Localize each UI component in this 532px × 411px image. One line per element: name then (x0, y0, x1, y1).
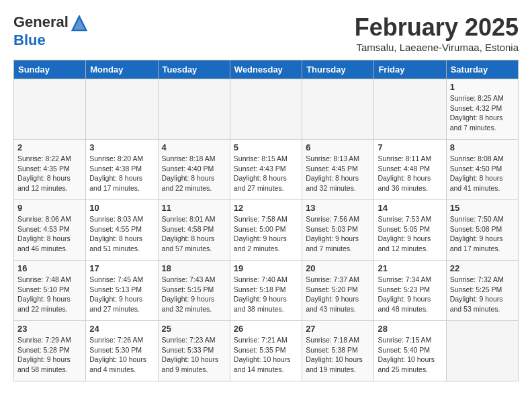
calendar-cell: 13Sunrise: 7:56 AM Sunset: 5:03 PM Dayli… (302, 200, 374, 261)
day-info: Sunrise: 7:56 AM Sunset: 5:03 PM Dayligh… (306, 214, 370, 254)
day-info: Sunrise: 7:43 AM Sunset: 5:15 PM Dayligh… (162, 275, 226, 314)
day-info: Sunrise: 8:18 AM Sunset: 4:40 PM Dayligh… (162, 154, 226, 193)
calendar-week-4: 16Sunrise: 7:48 AM Sunset: 5:10 PM Dayli… (14, 261, 519, 321)
day-number: 13 (306, 203, 370, 213)
day-info: Sunrise: 8:15 AM Sunset: 4:43 PM Dayligh… (234, 154, 298, 193)
day-number: 4 (162, 142, 226, 152)
day-number: 7 (378, 142, 442, 152)
calendar-cell: 12Sunrise: 7:58 AM Sunset: 5:00 PM Dayli… (230, 200, 302, 261)
day-number: 19 (234, 263, 298, 273)
day-number: 10 (89, 203, 154, 213)
day-info: Sunrise: 7:34 AM Sunset: 5:23 PM Dayligh… (378, 275, 442, 314)
day-info: Sunrise: 7:50 AM Sunset: 5:08 PM Dayligh… (450, 214, 515, 254)
calendar-cell: 15Sunrise: 7:50 AM Sunset: 5:08 PM Dayli… (446, 200, 518, 261)
day-number: 9 (17, 203, 82, 213)
day-number: 16 (17, 263, 82, 273)
day-number: 15 (450, 203, 515, 213)
day-info: Sunrise: 7:21 AM Sunset: 5:35 PM Dayligh… (234, 335, 298, 375)
day-number: 1 (450, 82, 515, 92)
day-info: Sunrise: 8:08 AM Sunset: 4:50 PM Dayligh… (450, 154, 515, 193)
day-info: Sunrise: 7:23 AM Sunset: 5:33 PM Dayligh… (162, 335, 226, 375)
calendar-cell: 20Sunrise: 7:37 AM Sunset: 5:20 PM Dayli… (302, 261, 374, 321)
day-number: 11 (162, 203, 226, 213)
weekday-saturday: Saturday (446, 60, 518, 79)
day-number: 3 (89, 142, 154, 152)
day-info: Sunrise: 7:53 AM Sunset: 5:05 PM Dayligh… (378, 214, 442, 254)
calendar-cell: 8Sunrise: 8:08 AM Sunset: 4:50 PM Daylig… (446, 140, 518, 200)
calendar-cell (446, 321, 518, 381)
calendar-week-3: 9Sunrise: 8:06 AM Sunset: 4:53 PM Daylig… (14, 200, 519, 261)
day-number: 17 (89, 263, 154, 273)
weekday-sunday: Sunday (14, 60, 86, 79)
calendar-body: 1Sunrise: 8:25 AM Sunset: 4:32 PM Daylig… (14, 79, 519, 381)
day-info: Sunrise: 7:37 AM Sunset: 5:20 PM Dayligh… (306, 275, 370, 314)
weekday-friday: Friday (374, 60, 446, 79)
day-number: 22 (450, 263, 515, 273)
calendar-cell (374, 79, 446, 140)
logo-general: General (13, 13, 69, 30)
calendar-cell: 23Sunrise: 7:29 AM Sunset: 5:28 PM Dayli… (14, 321, 86, 381)
day-info: Sunrise: 7:29 AM Sunset: 5:28 PM Dayligh… (17, 335, 82, 375)
day-number: 12 (234, 203, 298, 213)
calendar-cell: 1Sunrise: 8:25 AM Sunset: 4:32 PM Daylig… (446, 79, 518, 140)
day-info: Sunrise: 7:18 AM Sunset: 5:38 PM Dayligh… (306, 335, 370, 375)
calendar-cell: 11Sunrise: 8:01 AM Sunset: 4:58 PM Dayli… (158, 200, 230, 261)
day-info: Sunrise: 8:22 AM Sunset: 4:35 PM Dayligh… (17, 154, 82, 193)
calendar-table: SundayMondayTuesdayWednesdayThursdayFrid… (13, 60, 519, 381)
calendar-cell: 5Sunrise: 8:15 AM Sunset: 4:43 PM Daylig… (230, 140, 302, 200)
location: Tamsalu, Laeaene-Virumaa, Estonia (355, 42, 519, 53)
day-number: 28 (378, 324, 442, 334)
calendar-cell: 7Sunrise: 8:11 AM Sunset: 4:48 PM Daylig… (374, 140, 446, 200)
day-number: 6 (306, 142, 370, 152)
calendar-week-2: 2Sunrise: 8:22 AM Sunset: 4:35 PM Daylig… (14, 140, 519, 200)
day-info: Sunrise: 8:03 AM Sunset: 4:55 PM Dayligh… (89, 214, 154, 254)
day-number: 14 (378, 203, 442, 213)
calendar-cell: 10Sunrise: 8:03 AM Sunset: 4:55 PM Dayli… (86, 200, 158, 261)
calendar-cell (86, 79, 158, 140)
day-info: Sunrise: 7:45 AM Sunset: 5:13 PM Dayligh… (89, 275, 154, 314)
month-title: February 2025 (355, 13, 519, 42)
calendar-cell: 9Sunrise: 8:06 AM Sunset: 4:53 PM Daylig… (14, 200, 86, 261)
day-number: 26 (234, 324, 298, 334)
day-number: 25 (162, 324, 226, 334)
day-number: 18 (162, 263, 226, 273)
calendar-week-5: 23Sunrise: 7:29 AM Sunset: 5:28 PM Dayli… (14, 321, 519, 381)
day-info: Sunrise: 8:06 AM Sunset: 4:53 PM Dayligh… (17, 214, 82, 254)
day-number: 24 (89, 324, 154, 334)
calendar-cell (158, 79, 230, 140)
calendar-cell: 19Sunrise: 7:40 AM Sunset: 5:18 PM Dayli… (230, 261, 302, 321)
calendar-cell: 27Sunrise: 7:18 AM Sunset: 5:38 PM Dayli… (302, 321, 374, 381)
day-info: Sunrise: 7:15 AM Sunset: 5:40 PM Dayligh… (378, 335, 442, 375)
day-info: Sunrise: 8:25 AM Sunset: 4:32 PM Dayligh… (450, 93, 515, 133)
calendar-cell: 4Sunrise: 8:18 AM Sunset: 4:40 PM Daylig… (158, 140, 230, 200)
day-info: Sunrise: 7:32 AM Sunset: 5:25 PM Dayligh… (450, 275, 515, 314)
weekday-wednesday: Wednesday (230, 60, 302, 79)
title-block: February 2025 Tamsalu, Laeaene-Virumaa, … (355, 13, 519, 53)
calendar-cell: 14Sunrise: 7:53 AM Sunset: 5:05 PM Dayli… (374, 200, 446, 261)
calendar-cell: 6Sunrise: 8:13 AM Sunset: 4:45 PM Daylig… (302, 140, 374, 200)
day-info: Sunrise: 7:40 AM Sunset: 5:18 PM Dayligh… (234, 275, 298, 314)
weekday-thursday: Thursday (302, 60, 374, 79)
calendar-cell (230, 79, 302, 140)
weekday-header-row: SundayMondayTuesdayWednesdayThursdayFrid… (14, 60, 519, 79)
page-header: General Blue February 2025 Tamsalu, Laea… (13, 13, 519, 53)
calendar-cell: 2Sunrise: 8:22 AM Sunset: 4:35 PM Daylig… (14, 140, 86, 200)
calendar-cell: 22Sunrise: 7:32 AM Sunset: 5:25 PM Dayli… (446, 261, 518, 321)
calendar-cell: 17Sunrise: 7:45 AM Sunset: 5:13 PM Dayli… (86, 261, 158, 321)
calendar-cell: 26Sunrise: 7:21 AM Sunset: 5:35 PM Dayli… (230, 321, 302, 381)
day-info: Sunrise: 8:11 AM Sunset: 4:48 PM Dayligh… (378, 154, 442, 193)
day-info: Sunrise: 7:48 AM Sunset: 5:10 PM Dayligh… (17, 275, 82, 314)
day-number: 8 (450, 142, 515, 152)
day-number: 2 (17, 142, 82, 152)
calendar-cell: 18Sunrise: 7:43 AM Sunset: 5:15 PM Dayli… (158, 261, 230, 321)
day-number: 27 (306, 324, 370, 334)
logo-blue: Blue (13, 32, 46, 48)
calendar-cell (302, 79, 374, 140)
day-number: 5 (234, 142, 298, 152)
calendar-cell: 3Sunrise: 8:20 AM Sunset: 4:38 PM Daylig… (86, 140, 158, 200)
calendar-cell (14, 79, 86, 140)
calendar-cell: 16Sunrise: 7:48 AM Sunset: 5:10 PM Dayli… (14, 261, 86, 321)
day-info: Sunrise: 8:13 AM Sunset: 4:45 PM Dayligh… (306, 154, 370, 193)
day-info: Sunrise: 7:26 AM Sunset: 5:30 PM Dayligh… (89, 335, 154, 375)
day-number: 21 (378, 263, 442, 273)
